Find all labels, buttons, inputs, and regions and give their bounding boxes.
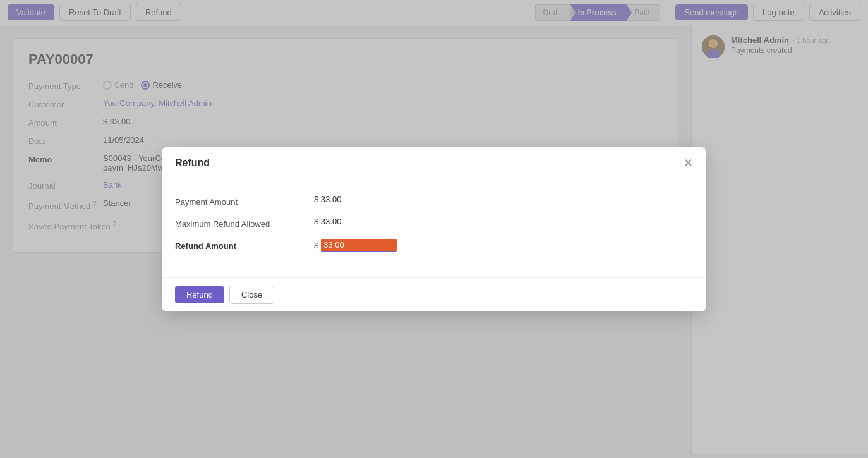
modal-currency-symbol: $	[314, 241, 318, 250]
modal-maximum-refund-value: $ 33.00	[314, 217, 341, 226]
modal-payment-amount-row: Payment Amount $ 33.00	[175, 195, 693, 207]
refund-amount-input[interactable]	[321, 239, 397, 252]
modal-payment-amount-label: Payment Amount	[175, 195, 314, 207]
modal-refund-amount-label: Refund Amount	[175, 239, 314, 251]
close-modal-button[interactable]: Close	[229, 286, 274, 304]
modal-maximum-refund-row: Maximum Refund Allowed $ 33.00	[175, 217, 693, 229]
modal-footer: Refund Close	[162, 277, 706, 311]
modal-refund-amount-input-wrap: $	[314, 239, 397, 252]
modal-title: Refund	[175, 157, 210, 169]
modal-close-icon[interactable]: ✕	[684, 157, 693, 169]
modal-overlay: Refund ✕ Payment Amount $ 33.00 Maximum …	[0, 0, 868, 454]
modal-header: Refund ✕	[162, 147, 706, 179]
modal-body: Payment Amount $ 33.00 Maximum Refund Al…	[162, 179, 706, 277]
modal-maximum-refund-label: Maximum Refund Allowed	[175, 217, 314, 229]
refund-modal: Refund ✕ Payment Amount $ 33.00 Maximum …	[162, 147, 706, 311]
modal-refund-amount-row: Refund Amount $	[175, 239, 693, 252]
refund-confirm-button[interactable]: Refund	[175, 286, 224, 303]
modal-payment-amount-value: $ 33.00	[314, 195, 341, 204]
